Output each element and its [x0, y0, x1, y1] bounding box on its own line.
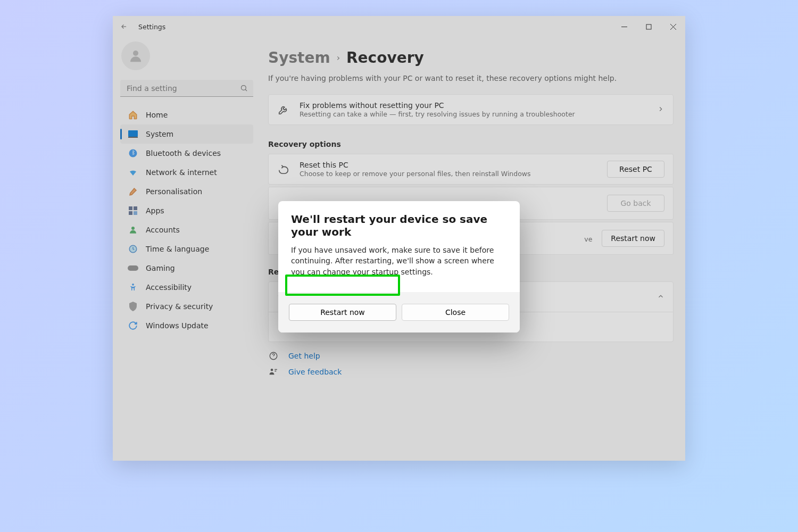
dialog-close-button[interactable]: Close — [402, 304, 509, 321]
settings-window: Settings Home System Bluetooth & devices — [113, 16, 685, 461]
restart-dialog: We'll restart your device so save your w… — [278, 201, 520, 332]
dialog-restart-button[interactable]: Restart now — [289, 304, 396, 321]
dialog-title: We'll restart your device so save your w… — [291, 213, 507, 238]
dialog-body: If you have unsaved work, make sure to s… — [291, 245, 507, 277]
